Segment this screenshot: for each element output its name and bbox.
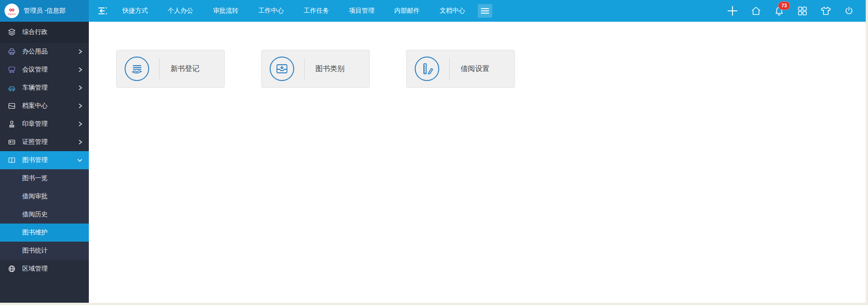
borrow-settings-icon xyxy=(415,57,439,81)
sidebar-item-vehicle-mgmt[interactable]: 车辆管理 xyxy=(0,79,89,97)
submenu-item-label: 借阅审批 xyxy=(22,192,48,200)
nav-item-approval-flow[interactable]: 审批流转 xyxy=(203,0,248,22)
notification-count-badge: 73 xyxy=(778,1,790,10)
hamburger-icon xyxy=(481,8,489,14)
sidebar-item-region-mgmt[interactable]: 区域管理 xyxy=(0,260,89,278)
sidebar-item-label: 办公用品 xyxy=(22,48,78,56)
sidebar-item-label: 印章管理 xyxy=(22,120,78,128)
card-divider xyxy=(304,58,305,79)
sidebar-item-book-mgmt[interactable]: 图书管理 xyxy=(0,151,89,169)
chevron-right-icon xyxy=(78,85,82,91)
globe-icon xyxy=(7,265,16,273)
topbar-brand-area: ∞ 华美动力 管理员 -信息部 xyxy=(0,0,89,22)
add-icon[interactable] xyxy=(727,5,738,17)
submenu-item-label: 图书维护 xyxy=(22,229,48,237)
chevron-right-icon xyxy=(78,67,82,72)
logo-company-name: 华美动力 xyxy=(8,13,16,15)
chevron-right-icon xyxy=(78,121,82,127)
nav-item-personal[interactable]: 个人办公 xyxy=(158,0,203,22)
user-role-label: 管理员 -信息部 xyxy=(24,7,66,15)
nav-item-projects[interactable]: 项目管理 xyxy=(339,0,384,22)
book-icon xyxy=(7,156,16,164)
chevron-right-icon xyxy=(78,49,82,54)
submenu-item-label: 图书统计 xyxy=(22,247,48,255)
sidebar-item-label: 图书管理 xyxy=(22,156,77,164)
new-book-icon xyxy=(125,57,149,81)
sidebar-item-label: 区域管理 xyxy=(22,265,82,273)
submenu-item-book-maintenance[interactable]: 图书维护 xyxy=(0,224,89,242)
chevron-down-icon xyxy=(77,158,82,162)
chevron-right-icon xyxy=(78,139,82,145)
sidebar-item-office-supplies[interactable]: 办公用品 xyxy=(0,43,89,61)
card-divider xyxy=(159,58,160,79)
sidebar-item-label: 证照管理 xyxy=(22,138,78,146)
submenu-item-label: 图书一览 xyxy=(22,174,48,182)
nav-item-internal-mail[interactable]: 内部邮件 xyxy=(384,0,430,22)
id-card-icon xyxy=(7,138,16,146)
function-cards: 新书登记 图书类别 xyxy=(116,50,866,88)
sidebar-item-general-admin[interactable]: 综合行政 xyxy=(0,22,89,43)
card-book-category[interactable]: 图书类别 xyxy=(261,50,370,88)
theme-shirt-icon[interactable] xyxy=(820,5,832,16)
topbar-action-icons: 73 xyxy=(727,5,854,17)
submenu-item-label: 借阅历史 xyxy=(22,210,48,219)
layers-icon xyxy=(7,28,16,36)
card-label: 借阅设置 xyxy=(461,64,490,74)
sidebar-item-meeting-mgmt[interactable]: 会议管理 xyxy=(0,61,89,79)
printer-icon xyxy=(7,48,16,56)
topbar-nav: 快捷方式 个人办公 审批流转 工作中心 工作任务 项目管理 内部邮件 文档中心 xyxy=(89,0,866,22)
card-label: 图书类别 xyxy=(315,64,344,74)
sidebar-item-label: 会议管理 xyxy=(22,66,78,74)
sidebar-collapse-icon[interactable] xyxy=(97,6,109,16)
main-nav: 快捷方式 个人办公 审批流转 工作中心 工作任务 项目管理 内部邮件 文档中心 xyxy=(112,0,475,22)
submenu-item-borrow-history[interactable]: 借阅历史 xyxy=(0,205,89,224)
book-category-icon xyxy=(270,57,294,81)
card-borrow-settings[interactable]: 借阅设置 xyxy=(406,50,515,88)
sidebar: 综合行政 办公用品 会议管理 xyxy=(0,22,89,303)
power-logout-icon[interactable] xyxy=(844,6,854,16)
chevron-right-icon xyxy=(78,103,82,109)
card-divider xyxy=(449,58,450,79)
nav-item-doc-center[interactable]: 文档中心 xyxy=(430,0,475,22)
logo-infinity-symbol: ∞ xyxy=(9,7,15,13)
main-content: 新书登记 图书类别 xyxy=(89,22,866,303)
submenu-item-book-statistics[interactable]: 图书统计 xyxy=(0,242,89,260)
nav-more-menu-button[interactable] xyxy=(478,4,492,18)
card-label: 新书登记 xyxy=(170,64,199,74)
nav-item-shortcuts[interactable]: 快捷方式 xyxy=(112,0,158,22)
card-new-book-register[interactable]: 新书登记 xyxy=(116,50,225,88)
app-window: ∞ 华美动力 管理员 -信息部 快捷方式 个人办公 审批流转 工作中心 工作任务… xyxy=(0,0,866,303)
sidebar-item-license-mgmt[interactable]: 证照管理 xyxy=(0,133,89,151)
app-grid-icon[interactable] xyxy=(797,5,808,16)
archive-icon xyxy=(7,102,16,110)
notifications-bell-icon[interactable]: 73 xyxy=(774,5,785,16)
submenu-item-book-overview[interactable]: 图书一览 xyxy=(0,169,89,187)
company-logo: ∞ 华美动力 xyxy=(5,4,19,18)
sidebar-item-label: 车辆管理 xyxy=(22,84,78,92)
submenu-item-borrow-approval[interactable]: 借阅审批 xyxy=(0,187,89,205)
nav-item-work-center[interactable]: 工作中心 xyxy=(248,0,294,22)
sidebar-empty-space xyxy=(0,278,89,303)
book-mgmt-submenu: 图书一览 借阅审批 借阅历史 图书维护 图书统计 xyxy=(0,169,89,260)
sidebar-item-label: 综合行政 xyxy=(22,28,82,36)
nav-item-work-tasks[interactable]: 工作任务 xyxy=(294,0,339,22)
topbar: ∞ 华美动力 管理员 -信息部 快捷方式 个人办公 审批流转 工作中心 工作任务… xyxy=(0,0,866,22)
car-icon xyxy=(7,84,16,92)
sidebar-item-seal-mgmt[interactable]: 印章管理 xyxy=(0,115,89,133)
sidebar-item-label: 档案中心 xyxy=(22,102,78,110)
stamp-icon xyxy=(7,120,16,128)
projector-icon xyxy=(7,66,16,74)
sidebar-item-archive-center[interactable]: 档案中心 xyxy=(0,97,89,115)
home-icon[interactable] xyxy=(751,5,761,16)
